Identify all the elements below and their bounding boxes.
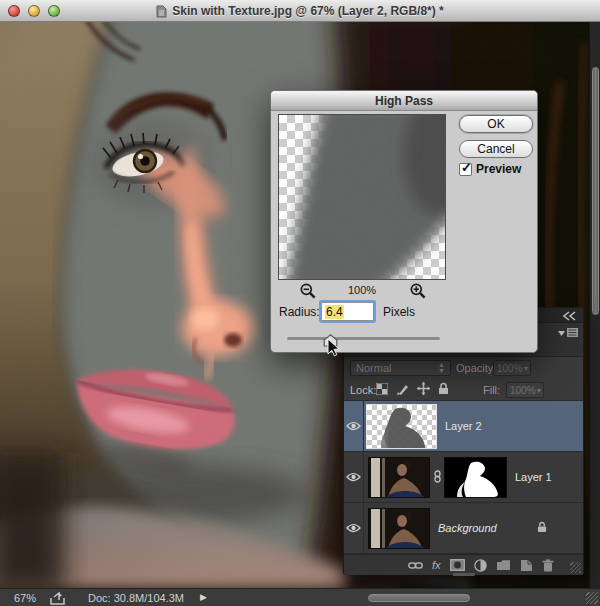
window-title: Skin with Texture.jpg @ 67% (Layer 2, RG… bbox=[172, 4, 444, 18]
lock-label: Lock: bbox=[350, 384, 376, 396]
radius-unit: Pixels bbox=[383, 305, 415, 319]
visibility-toggle[interactable] bbox=[344, 503, 364, 553]
dialog-title-bar[interactable]: High Pass bbox=[271, 91, 537, 111]
updown-arrows-icon: ▲▼ bbox=[438, 362, 445, 374]
background-thumbnail[interactable] bbox=[368, 508, 430, 549]
layer-lock-icon bbox=[537, 521, 547, 535]
layer-row-layer2[interactable]: Layer 2 bbox=[344, 401, 583, 452]
radius-value: 6.4 bbox=[325, 305, 344, 319]
status-bar: 67% Doc: 30.8M/104.3M ▶ bbox=[0, 588, 600, 606]
radius-slider-track[interactable] bbox=[287, 337, 440, 340]
radius-input[interactable]: 6.4 bbox=[321, 302, 374, 321]
layer-name[interactable]: Layer 2 bbox=[445, 420, 482, 432]
visibility-toggle[interactable] bbox=[344, 452, 364, 502]
dropdown-arrow-icon: ▼ bbox=[536, 387, 543, 394]
layer-row-layer1[interactable]: Layer 1 bbox=[344, 452, 583, 503]
fill-value: 100% bbox=[510, 385, 536, 396]
fill-field[interactable]: 100% ▼ bbox=[506, 382, 544, 398]
share-icon[interactable] bbox=[50, 592, 65, 605]
link-layers-icon[interactable] bbox=[408, 561, 423, 570]
high-pass-dialog: High Pass 100 bbox=[270, 90, 538, 353]
portrait-mini bbox=[369, 458, 429, 497]
vertical-scrollbar[interactable] bbox=[589, 22, 600, 588]
dropdown-arrow-icon: ▼ bbox=[523, 365, 530, 372]
cancel-button[interactable]: Cancel bbox=[459, 140, 533, 158]
opacity-field[interactable]: 100% ▼ bbox=[493, 360, 531, 376]
high-pass-preview-image bbox=[279, 115, 446, 280]
opacity-value: 100% bbox=[497, 363, 523, 374]
eye-icon bbox=[346, 472, 361, 482]
menu-arrow-icon bbox=[558, 330, 565, 336]
layer2-silhouette bbox=[367, 405, 436, 448]
add-mask-icon[interactable] bbox=[450, 559, 465, 571]
cancel-button-label: Cancel bbox=[477, 142, 514, 156]
delete-layer-icon[interactable] bbox=[542, 559, 554, 572]
layer2-thumbnail[interactable] bbox=[366, 404, 437, 449]
adjustment-layer-icon[interactable] bbox=[474, 559, 487, 572]
status-flyout-arrow-icon[interactable]: ▶ bbox=[200, 592, 207, 602]
document-icon bbox=[156, 5, 167, 18]
vertical-scrollbar-thumb[interactable] bbox=[592, 67, 599, 315]
new-layer-icon[interactable] bbox=[520, 559, 533, 572]
mouse-cursor bbox=[327, 338, 340, 357]
layer1-thumbnail[interactable] bbox=[368, 457, 430, 498]
layers-list: Layer 2 bbox=[344, 401, 583, 554]
lock-paint-brush-icon[interactable] bbox=[396, 382, 409, 395]
portrait-mini bbox=[369, 509, 429, 548]
lock-row: Lock: Fill: 100% bbox=[344, 379, 583, 401]
eye-icon bbox=[346, 523, 361, 533]
doc-size-info[interactable]: Doc: 30.8M/104.3M bbox=[88, 592, 184, 604]
preview-zoom-controls: 100% bbox=[278, 282, 446, 300]
eye-icon bbox=[346, 421, 361, 431]
fill-label: Fill: bbox=[483, 384, 500, 396]
panel-resize-grip[interactable] bbox=[570, 562, 581, 573]
preview-checkbox-label: Preview bbox=[476, 162, 521, 176]
ok-button-label: OK bbox=[487, 117, 504, 131]
lock-all-icon[interactable] bbox=[438, 382, 449, 395]
horizontal-scrollbar-thumb[interactable] bbox=[368, 594, 470, 602]
dialog-title: High Pass bbox=[375, 94, 433, 108]
layer-row-background[interactable]: Background bbox=[344, 503, 583, 554]
window-resize-grip[interactable] bbox=[586, 592, 598, 604]
lock-transparency-icon[interactable] bbox=[376, 383, 388, 395]
radius-label: Radius: bbox=[279, 305, 320, 319]
layer-style-icon[interactable]: fx bbox=[432, 559, 441, 571]
visibility-toggle[interactable] bbox=[344, 401, 364, 451]
layer1-mask-thumbnail[interactable] bbox=[444, 457, 507, 498]
window-title-bar: Skin with Texture.jpg @ 67% (Layer 2, RG… bbox=[0, 0, 600, 22]
menu-lines-icon bbox=[567, 328, 578, 337]
mask-mini bbox=[445, 458, 506, 497]
checkmark-icon: ✓ bbox=[461, 160, 472, 175]
opacity-label: Opacity: bbox=[456, 362, 496, 374]
filter-preview[interactable] bbox=[278, 114, 446, 280]
zoom-in-icon[interactable] bbox=[410, 283, 426, 299]
photoshop-document-window: Skin with Texture.jpg @ 67% (Layer 2, RG… bbox=[0, 0, 600, 606]
panel-menu-button[interactable] bbox=[558, 328, 578, 337]
layers-panel-toolbar: fx bbox=[344, 554, 583, 575]
blend-mode-select[interactable]: Normal ▲▼ bbox=[350, 360, 451, 376]
zoom-percentage[interactable]: 67% bbox=[14, 592, 36, 604]
layer-name[interactable]: Background bbox=[438, 522, 497, 534]
layer-name[interactable]: Layer 1 bbox=[515, 471, 552, 483]
panel-drag-notch[interactable] bbox=[453, 573, 475, 576]
ok-button[interactable]: OK bbox=[459, 115, 533, 133]
link-mask-icon[interactable] bbox=[433, 470, 442, 485]
blend-mode-value: Normal bbox=[356, 362, 391, 374]
new-group-icon[interactable] bbox=[496, 559, 511, 571]
preview-checkbox[interactable]: ✓ bbox=[459, 163, 472, 176]
lock-position-icon[interactable] bbox=[417, 382, 430, 395]
collapse-panel-icon[interactable] bbox=[563, 311, 577, 321]
blend-mode-row: Normal ▲▼ Opacity: 100% ▼ bbox=[344, 357, 583, 379]
